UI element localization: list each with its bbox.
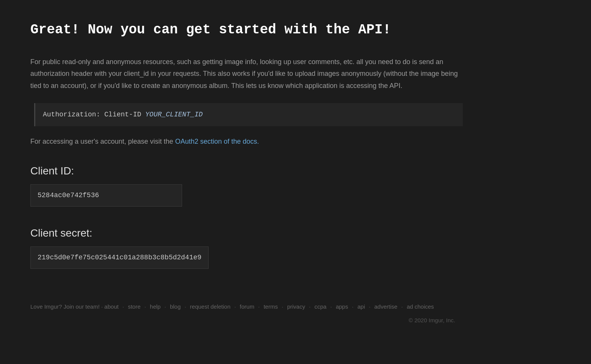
code-label: Authorization: Client-ID [43, 111, 141, 118]
footer-link-terms[interactable]: terms [264, 303, 278, 310]
oauth-link[interactable]: OAuth2 section of the docs. [175, 138, 259, 145]
separator: · [367, 303, 370, 310]
footer-link-ad-choices[interactable]: ad choices [407, 303, 434, 310]
code-value: YOUR_CLIENT_ID [145, 111, 203, 118]
oauth-text-before: For accessing a user's account, please v… [30, 138, 173, 145]
intro-paragraph: For public read-only and anonymous resou… [30, 56, 463, 92]
separator: · [121, 303, 124, 310]
separator: · [400, 303, 403, 310]
client-secret-section: Client secret: 219c5d0e7fe75c025441c01a2… [30, 225, 463, 272]
footer-link-ccpa[interactable]: ccpa [314, 303, 327, 310]
client-id-label: Client ID: [30, 163, 463, 180]
client-id-value: 5284ac0e742f536 [30, 184, 182, 207]
separator: · [329, 303, 332, 310]
footer-link-blog[interactable]: blog [170, 303, 181, 310]
authorization-code-block: Authorization: Client-ID YOUR_CLIENT_ID [34, 103, 463, 126]
footer-link-request-deletion[interactable]: request deletion [190, 303, 231, 310]
client-secret-label: Client secret: [30, 225, 463, 242]
page-title: Great! Now you can get started with the … [30, 19, 463, 41]
separator: · [143, 303, 146, 310]
footer-links: Love Imgur? Join our team! · about · sto… [30, 302, 463, 311]
separator: · [233, 303, 236, 310]
footer-link-apps[interactable]: apps [336, 303, 348, 310]
separator: · [307, 303, 310, 310]
footer-link-store[interactable]: store [128, 303, 140, 310]
footer-link-about[interactable]: about [104, 303, 119, 310]
oauth-paragraph: For accessing a user's account, please v… [30, 136, 463, 148]
separator: · [280, 303, 283, 310]
footer-link-advertise[interactable]: advertise [374, 303, 398, 310]
main-container: Great! Now you can get started with the … [0, 0, 493, 351]
footer-copyright: © 2020 Imgur, Inc. [30, 316, 463, 325]
client-id-section: Client ID: 5284ac0e742f536 [30, 163, 463, 210]
footer-link-api[interactable]: api [357, 303, 365, 310]
footer-link-privacy[interactable]: privacy [287, 303, 305, 310]
footer-link-help[interactable]: help [150, 303, 160, 310]
footer: Love Imgur? Join our team! · about · sto… [30, 295, 463, 333]
separator: · [163, 303, 166, 310]
separator: · [351, 303, 354, 310]
footer-link-forum[interactable]: forum [240, 303, 254, 310]
separator: · [256, 303, 259, 310]
footer-love-text: Love Imgur? Join our team! · [30, 303, 103, 310]
separator: · [183, 303, 186, 310]
client-secret-value: 219c5d0e7fe75c025441c01a288b3c8b5d2d41e9 [30, 246, 209, 269]
